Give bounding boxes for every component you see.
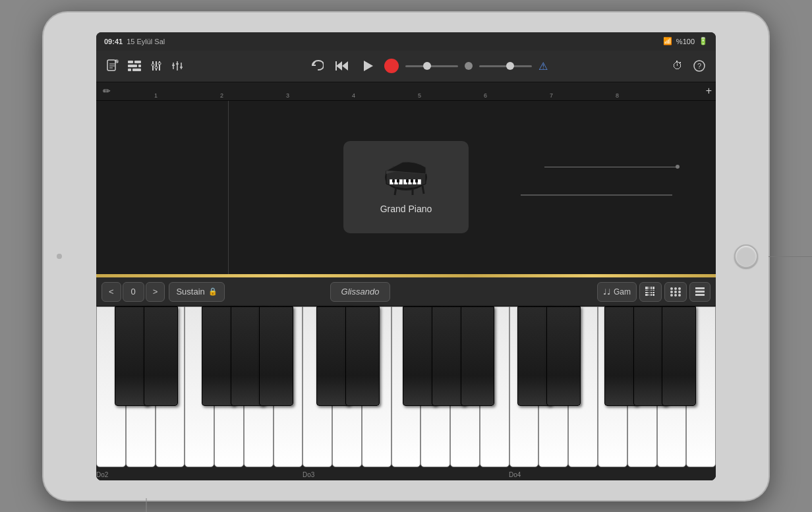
ruler-mark-6: 6 (484, 92, 487, 99)
lock-icon: 🔒 (208, 287, 218, 296)
dots-icon (670, 287, 681, 297)
svg-point-59 (678, 291, 681, 293)
key-as2[interactable] (259, 306, 293, 406)
octave-number: 0 (123, 282, 144, 302)
home-button[interactable] (734, 244, 758, 268)
octave-up-button[interactable]: > (146, 282, 165, 302)
volume-slider[interactable] (405, 65, 458, 67)
key-ds3[interactable] (345, 306, 380, 406)
svg-rect-63 (695, 287, 705, 289)
svg-rect-51 (645, 289, 656, 290)
eq-button[interactable] (169, 57, 186, 74)
label-do2: Do2 (96, 471, 108, 478)
glissando-button[interactable]: Glissando (330, 282, 391, 302)
svg-line-32 (422, 186, 424, 194)
keyboard-area: Do2 Do3 Do4 (96, 306, 716, 480)
help-button[interactable]: ? (691, 57, 708, 74)
ruler-mark-2: 2 (220, 92, 223, 99)
svg-rect-7 (128, 65, 137, 67)
sustain-label: Sustain (176, 287, 204, 297)
grid-button[interactable] (639, 282, 662, 302)
tracks-button[interactable] (125, 58, 144, 74)
label-do4: Do4 (509, 471, 521, 478)
toolbar-right: ⏱ ? (670, 57, 708, 74)
grand-piano-icon (383, 161, 429, 197)
svg-point-60 (670, 294, 673, 297)
ruler-mark-8: 8 (616, 92, 619, 99)
svg-rect-45 (415, 179, 418, 183)
scale-button[interactable]: ♩♩ Gam (597, 282, 637, 302)
rewind-button[interactable] (333, 58, 351, 74)
metronome-icon[interactable]: ⚠ (538, 60, 548, 72)
svg-rect-65 (695, 294, 705, 296)
play-button[interactable] (358, 56, 378, 76)
wifi-icon: 📶 (663, 37, 672, 45)
octave-controls: < 0 > (102, 282, 165, 302)
playhead-line (228, 101, 229, 275)
svg-point-62 (678, 294, 681, 297)
svg-point-58 (674, 291, 677, 293)
ruler-mark-3: 3 (286, 92, 289, 99)
scale-label: Gam (614, 287, 631, 297)
svg-marker-24 (342, 61, 348, 71)
screen: 09:41 15 Eylül Sal 📶 %100 🔋 (96, 32, 716, 480)
svg-rect-52 (652, 287, 652, 297)
add-track-button[interactable]: + (706, 85, 712, 97)
ipad-frame: 09:41 15 Eylül Sal 📶 %100 🔋 (44, 13, 768, 500)
status-right: 📶 %100 🔋 (663, 37, 708, 45)
svg-rect-8 (138, 65, 141, 67)
svg-rect-53 (645, 293, 656, 294)
toolbar-center: ⚠ (308, 56, 548, 76)
key-as3[interactable] (461, 306, 495, 406)
octave-down-button[interactable]: < (102, 282, 121, 302)
key-as4[interactable] (662, 306, 696, 406)
svg-rect-44 (411, 179, 413, 183)
mixer-button[interactable] (148, 57, 165, 74)
svg-rect-6 (134, 61, 141, 63)
label-do3: Do3 (303, 471, 314, 478)
key-labels: Do2 Do3 Do4 (96, 467, 716, 480)
svg-point-55 (674, 287, 677, 290)
svg-rect-42 (397, 179, 399, 183)
status-date: 15 Eylül Sal (127, 38, 165, 45)
svg-point-54 (670, 287, 673, 290)
ruler: 1 2 3 4 5 6 7 8 (102, 82, 710, 100)
clock-button[interactable]: ⏱ (670, 57, 685, 74)
grid-icon (645, 287, 656, 297)
track-area: Grand Piano (96, 101, 716, 275)
svg-marker-26 (364, 61, 373, 71)
undo-button[interactable] (308, 57, 326, 74)
list-button[interactable] (689, 282, 710, 302)
front-camera (57, 254, 62, 259)
instrument-card[interactable]: Grand Piano (343, 141, 469, 233)
svg-rect-0 (107, 60, 115, 71)
battery-status: %100 (676, 38, 695, 45)
ruler-mark-4: 4 (352, 92, 355, 99)
svg-rect-41 (392, 179, 395, 183)
svg-rect-43 (406, 179, 409, 183)
svg-text:?: ? (697, 62, 701, 70)
svg-line-30 (395, 187, 396, 195)
key-ds2[interactable] (144, 306, 178, 406)
svg-point-61 (674, 294, 677, 297)
svg-rect-64 (695, 291, 705, 293)
svg-point-56 (678, 287, 681, 290)
ruler-mark-7: 7 (550, 92, 553, 99)
svg-rect-16 (158, 63, 161, 65)
keys-container (96, 306, 716, 467)
toolbar: ⚠ ⏱ ? (96, 51, 716, 82)
ruler-mark-5: 5 (418, 92, 421, 99)
master-slider[interactable] (479, 65, 532, 67)
key-ds4[interactable] (546, 306, 581, 406)
sustain-button[interactable]: Sustain 🔒 (169, 282, 224, 302)
callout-dot-right (676, 165, 680, 169)
svg-rect-14 (152, 64, 154, 66)
dots-button[interactable] (664, 282, 687, 302)
svg-rect-9 (128, 69, 131, 71)
timeline-ruler: ✏ 1 2 3 4 5 6 7 8 + (96, 82, 716, 101)
document-button[interactable] (104, 57, 121, 75)
svg-rect-46 (645, 287, 649, 291)
svg-rect-50 (648, 287, 649, 297)
callout-line-right (544, 167, 676, 167)
record-button[interactable] (384, 59, 399, 73)
